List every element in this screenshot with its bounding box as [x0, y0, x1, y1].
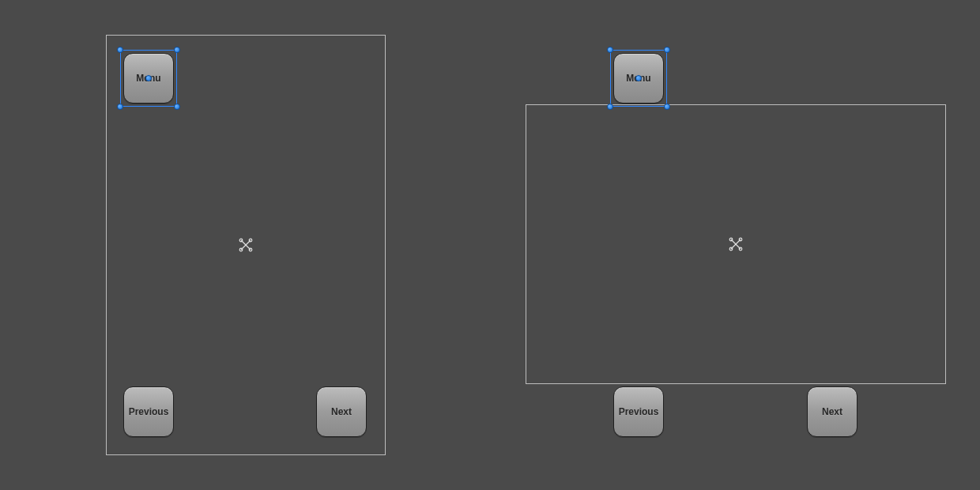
- svg-point-8: [729, 238, 733, 241]
- next-button[interactable]: Next: [316, 386, 367, 437]
- menu-button[interactable]: Menu: [123, 53, 174, 104]
- resize-handle-icon[interactable]: [664, 47, 670, 53]
- resize-handle-icon[interactable]: [607, 47, 613, 53]
- svg-point-9: [739, 238, 742, 241]
- button-label: Menu: [136, 73, 160, 84]
- button-label: Menu: [626, 73, 650, 84]
- previous-button[interactable]: Previous: [123, 386, 174, 437]
- svg-point-4: [239, 248, 243, 251]
- svg-line-0: [241, 240, 251, 250]
- svg-point-5: [249, 248, 252, 251]
- svg-point-11: [739, 247, 742, 251]
- svg-line-7: [731, 239, 741, 249]
- previous-button[interactable]: Previous: [613, 386, 664, 437]
- menu-button[interactable]: Menu: [613, 53, 664, 104]
- design-canvas[interactable]: Menu Previous Next: [0, 0, 980, 490]
- svg-point-3: [249, 239, 252, 242]
- svg-line-1: [241, 240, 251, 250]
- svg-point-10: [729, 247, 733, 251]
- next-button[interactable]: Next: [807, 386, 858, 437]
- view-frame-landscape[interactable]: [526, 104, 946, 384]
- pivot-icon: [238, 237, 254, 253]
- svg-point-2: [239, 239, 243, 242]
- button-label: Previous: [619, 406, 659, 417]
- svg-line-6: [731, 239, 741, 249]
- pivot-icon: [728, 236, 744, 252]
- button-label: Next: [331, 406, 352, 417]
- button-label: Next: [822, 406, 842, 417]
- button-label: Previous: [129, 406, 169, 417]
